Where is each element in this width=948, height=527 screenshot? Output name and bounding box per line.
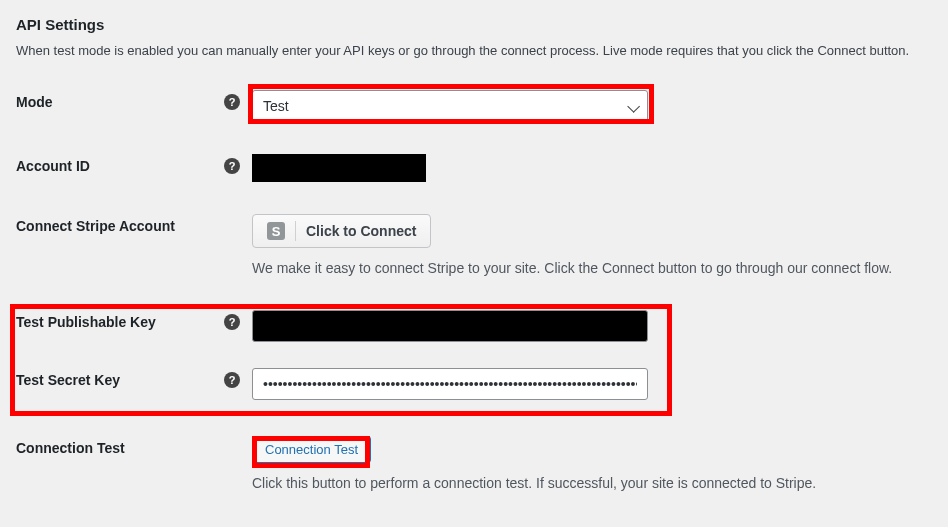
connect-button-label: Click to Connect	[306, 223, 416, 239]
row-test-secret-key: Test Secret Key ?	[16, 360, 932, 404]
mode-select[interactable]: Test	[252, 90, 648, 122]
label-connection-test: Connection Test	[16, 436, 224, 456]
label-mode: Mode	[16, 90, 224, 110]
row-connection-test: Connection Test Connection Test Click th…	[16, 428, 932, 503]
label-connect-stripe: Connect Stripe Account	[16, 214, 224, 234]
account-id-value-redacted	[252, 154, 426, 182]
test-publishable-key-input-redacted[interactable]	[252, 310, 648, 342]
api-settings-page: API Settings When test mode is enabled y…	[16, 16, 932, 503]
row-mode: Mode ? Test	[16, 82, 932, 126]
help-icon[interactable]: ?	[224, 158, 240, 174]
help-icon[interactable]: ?	[224, 94, 240, 110]
section-title: API Settings	[16, 16, 932, 33]
mode-select-wrap: Test	[252, 90, 648, 122]
divider	[295, 221, 296, 241]
help-icon[interactable]: ?	[224, 314, 240, 330]
label-account-id: Account ID	[16, 154, 224, 174]
test-secret-key-input[interactable]	[252, 368, 648, 400]
section-description: When test mode is enabled you can manual…	[16, 43, 932, 58]
connection-test-description: Click this button to perform a connectio…	[252, 475, 932, 491]
row-account-id: Account ID ?	[16, 146, 932, 190]
connection-test-button[interactable]: Connection Test	[252, 436, 371, 463]
connect-description: We make it easy to connect Stripe to you…	[252, 260, 932, 276]
stripe-icon: S	[267, 222, 285, 240]
row-test-publishable-key: Test Publishable Key ?	[16, 302, 932, 346]
label-test-publishable-key: Test Publishable Key	[16, 310, 224, 330]
label-test-secret-key: Test Secret Key	[16, 368, 224, 388]
help-icon[interactable]: ?	[224, 372, 240, 388]
row-connect-stripe: Connect Stripe Account S Click to Connec…	[16, 206, 932, 288]
connect-stripe-button[interactable]: S Click to Connect	[252, 214, 431, 248]
